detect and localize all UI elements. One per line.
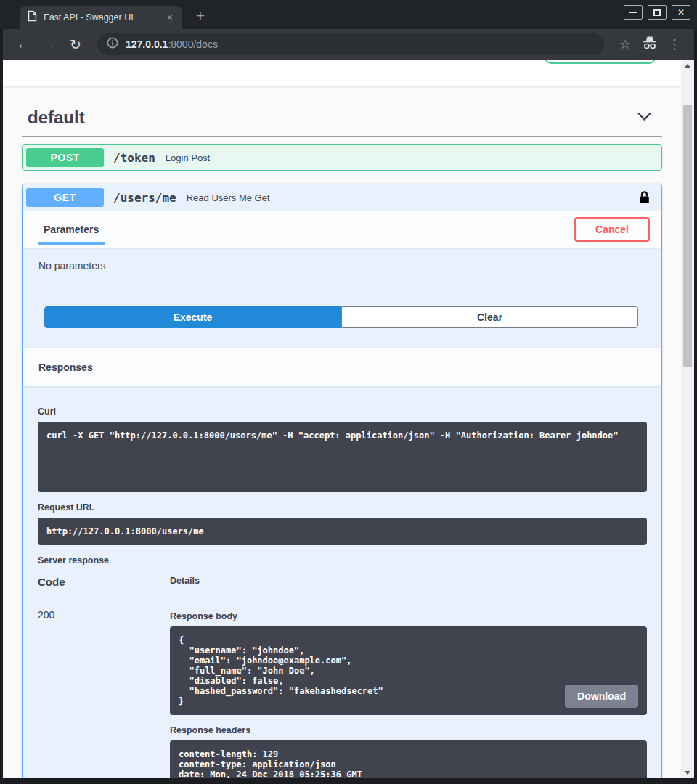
cancel-button[interactable]: Cancel <box>574 217 650 242</box>
tab-title: Fast API - Swagger UI <box>44 12 159 23</box>
url-path: :8000/docs <box>168 38 218 50</box>
auth-lock-icon[interactable] <box>639 190 653 205</box>
no-parameters-text: No parameters <box>23 248 661 271</box>
site-info-icon[interactable] <box>107 37 118 52</box>
maximize-button[interactable] <box>648 5 667 20</box>
reload-icon[interactable]: ↻ <box>65 36 86 53</box>
scroll-down-icon[interactable] <box>681 767 694 778</box>
tab-parameters[interactable]: Parameters <box>38 224 104 235</box>
parameters-header: Parameters Cancel <box>23 211 661 248</box>
chevron-down-icon[interactable] <box>637 111 652 124</box>
url-text: 127.0.0.1:8000/docs <box>126 38 218 51</box>
response-headers-label: Response headers <box>170 725 647 735</box>
op-path-token: /token <box>113 151 155 165</box>
scrollbar-thumb[interactable] <box>683 105 692 367</box>
url-bar[interactable]: 127.0.0.1:8000/docs <box>97 33 604 55</box>
server-response-label: Server response <box>38 555 647 565</box>
code-column-header: Code <box>38 576 170 588</box>
close-icon: ✕ <box>677 8 685 17</box>
op-path-users-me: /users/me <box>113 191 176 205</box>
scheme-container <box>3 60 681 86</box>
authorize-button[interactable] <box>545 60 656 64</box>
browser-toolbar: ← → ↻ 127.0.0.1:8000/docs ☆ ⋮ <box>3 29 694 60</box>
browser-tab[interactable]: Fast API - Swagger UI × <box>20 6 182 29</box>
url-host: 127.0.0.1 <box>126 38 168 50</box>
request-url-value: http://127.0.0.1:8000/users/me <box>38 518 647 545</box>
incognito-icon <box>640 36 659 54</box>
minimize-button[interactable] <box>624 5 643 20</box>
details-column-header: Details <box>170 576 200 588</box>
curl-command: curl -X GET "http://127.0.0.1:8000/users… <box>38 422 647 492</box>
response-headers-value: content-length: 129 content-type: applic… <box>170 740 647 778</box>
tag-section-default[interactable]: default <box>22 86 662 136</box>
new-tab-icon[interactable]: + <box>192 7 209 25</box>
back-icon[interactable]: ← <box>13 36 33 52</box>
curl-label: Curl <box>38 407 647 417</box>
browser-titlebar: Fast API - Swagger UI × + ✕ <box>0 0 697 29</box>
triangle-up <box>685 64 690 68</box>
scroll-up-icon[interactable] <box>681 60 694 71</box>
status-code: 200 <box>38 609 170 778</box>
opblock-get-users-me: GET /users/me Read Users Me Get Paramete… <box>22 184 662 778</box>
method-badge-get: GET <box>26 188 104 207</box>
section-title: default <box>28 107 85 128</box>
request-url-label: Request URL <box>38 502 647 513</box>
swagger-page: default POST /token Login Post GET /user… <box>3 60 681 778</box>
responses-header: Responses <box>23 348 661 386</box>
page-favicon-icon <box>28 10 37 25</box>
clear-button[interactable]: Clear <box>341 306 638 328</box>
op-summary-login: Login Post <box>166 152 210 163</box>
minimize-icon <box>629 12 637 13</box>
op-summary-read-users: Read Users Me Get <box>187 192 270 203</box>
execute-button[interactable]: Execute <box>44 306 341 328</box>
bookmark-star-icon[interactable]: ☆ <box>616 36 635 52</box>
page-scrollbar[interactable] <box>681 60 694 778</box>
responses-section: Curl curl -X GET "http://127.0.0.1:8000/… <box>23 386 661 778</box>
execute-wrapper: Execute Clear <box>23 306 661 348</box>
maximize-icon <box>653 9 661 16</box>
section-divider <box>22 136 662 137</box>
response-row-200: 200 Response body { "username": "johndoe… <box>38 600 647 778</box>
tab-close-icon[interactable]: × <box>166 12 174 23</box>
response-body-label: Response body <box>170 611 647 621</box>
window-controls: ✕ <box>624 5 690 20</box>
close-button[interactable]: ✕ <box>672 5 690 20</box>
download-button[interactable]: Download <box>565 685 638 708</box>
forward-icon[interactable]: → <box>39 36 60 52</box>
response-table-header: Code Details <box>38 576 647 600</box>
browser-menu-icon[interactable]: ⋮ <box>665 36 684 52</box>
opblock-summary-get[interactable]: GET /users/me Read Users Me Get <box>23 184 661 211</box>
opblock-post-token[interactable]: POST /token Login Post <box>22 144 662 171</box>
triangle-down <box>685 771 690 775</box>
method-badge-post: POST <box>26 148 104 167</box>
